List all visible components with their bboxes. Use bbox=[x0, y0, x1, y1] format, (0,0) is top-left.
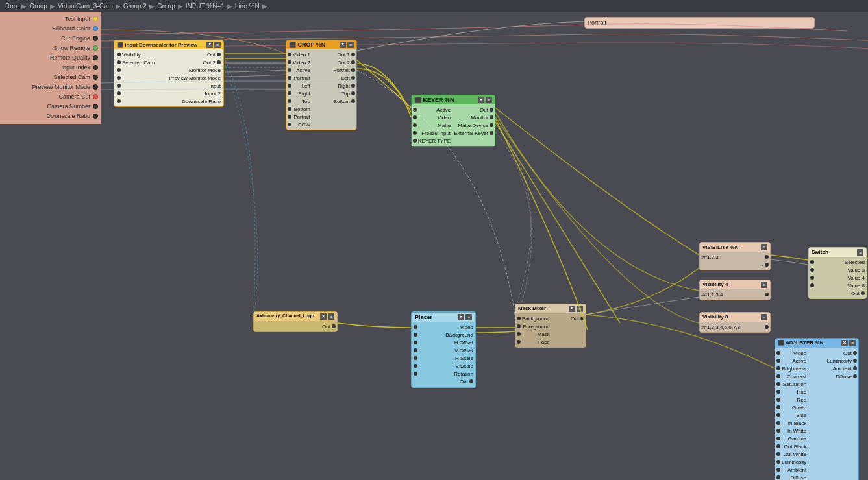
param-dot-camera-cut[interactable] bbox=[93, 94, 98, 99]
breadcrumb-item[interactable]: Group 2 bbox=[123, 3, 147, 10]
breadcrumb-item[interactable]: Group bbox=[157, 3, 175, 10]
node-switch[interactable]: Switch ≡ Selected Value 3 Value 4 Value … bbox=[808, 247, 867, 299]
node-visibility-body: ##1,2,3 - bbox=[700, 252, 770, 270]
node-crop-title: ⬛ CROP %N ✕ ≡ bbox=[286, 40, 356, 49]
param-dot-billboard-color[interactable] bbox=[93, 26, 98, 31]
node-placer-close[interactable]: ✕ bbox=[458, 314, 464, 320]
param-dot-camera-number[interactable] bbox=[93, 104, 98, 109]
param-dot-test-input[interactable] bbox=[93, 16, 98, 21]
node-adjuster-title: ⬛ ADJUSTER %N ✕ ≡ bbox=[775, 339, 858, 348]
param-billboard-color[interactable]: Billboard Color bbox=[1, 24, 99, 33]
param-dot-downscale-ratio[interactable] bbox=[93, 114, 98, 119]
node-close-btn[interactable]: ✕ bbox=[206, 42, 213, 48]
node-portrait: Portrait bbox=[584, 17, 815, 29]
node-vis4-body: ##1,2,3,4 bbox=[700, 289, 770, 300]
node-keyer-title: ⬛ KEYER %N ✕ ≡ bbox=[412, 95, 495, 104]
node-keyer[interactable]: ⬛ KEYER %N ✕ ≡ Active Video Matte Freeze… bbox=[411, 95, 495, 147]
node-adjuster-body: Video Active Brightness Contrast Saturat… bbox=[775, 348, 858, 480]
param-dot-remote-quality[interactable] bbox=[93, 55, 98, 60]
param-camera-number[interactable]: Camera Number bbox=[1, 102, 99, 111]
node-crop[interactable]: ⬛ CROP %N ✕ ≡ Video 1 Video 2 Active Por… bbox=[286, 40, 357, 130]
portrait-label: Portrait bbox=[588, 19, 606, 26]
node-downscaler-body: VisibilityOut Selected CamOut 2 Monitor … bbox=[114, 49, 223, 106]
node-settings-btn[interactable]: ≡ bbox=[214, 42, 221, 48]
node-adjuster-close[interactable]: ✕ bbox=[841, 340, 848, 346]
node-vis4[interactable]: Visibility 4 ≡ ##1,2,3,4 bbox=[699, 280, 771, 300]
breadcrumb: Root ▶ Group ▶ VirtualCam_3-Cam ▶ Group … bbox=[0, 0, 868, 12]
param-test-input[interactable]: Test Input bbox=[1, 14, 99, 23]
node-placer-body: Video Background H Offset V Offset H Sca… bbox=[412, 322, 475, 387]
breadcrumb-item[interactable]: VirtualCam_3-Cam bbox=[58, 3, 113, 10]
node-crop-close[interactable]: ✕ bbox=[340, 42, 346, 48]
node-vis4-settings[interactable]: ≡ bbox=[761, 282, 767, 288]
node-placer[interactable]: Placer ✕ ≡ Video Background H Offset V O… bbox=[411, 311, 476, 388]
node-placer-settings[interactable]: ≡ bbox=[465, 314, 472, 320]
node-keyer-close[interactable]: ✕ bbox=[478, 97, 484, 103]
node-vis-settings[interactable]: ≡ bbox=[761, 244, 767, 250]
param-show-remote[interactable]: Show Remote bbox=[1, 43, 99, 53]
node-keyer-body: Active Video Matte Freeze Input KEYER TY… bbox=[412, 104, 495, 146]
param-dot-preview-monitor[interactable] bbox=[93, 84, 98, 90]
param-downscale-ratio[interactable]: Downscale Ratio bbox=[1, 112, 99, 121]
node-vis8-body: ##1,2,3,4,5,6,7,8 bbox=[700, 322, 770, 332]
node-crop-settings[interactable]: ≡ bbox=[347, 42, 354, 48]
node-visibility-title: VISIBILITY %N ≡ bbox=[700, 243, 770, 252]
param-remote-quality[interactable]: Remote Quality bbox=[1, 53, 99, 62]
breadcrumb-item[interactable]: Group bbox=[29, 3, 47, 10]
param-dot-cur-engine[interactable] bbox=[93, 36, 98, 41]
node-downscaler-title: ⬛ Input Downscaler for Preview ✕ ≡ bbox=[114, 40, 223, 49]
breadcrumb-item[interactable]: Root bbox=[5, 3, 19, 10]
param-dot-selected-cam[interactable] bbox=[93, 75, 98, 80]
param-input-index[interactable]: Input Index bbox=[1, 63, 99, 72]
node-logo-close[interactable]: ✕ bbox=[320, 313, 327, 320]
node-logo-body: Out bbox=[254, 321, 337, 331]
param-camera-cut[interactable]: Camera Cut bbox=[1, 92, 99, 101]
param-cur-engine[interactable]: Cur Engine bbox=[1, 34, 99, 43]
node-maskmixer[interactable]: Mask Mixer ✕ ≡ Background Foreground Mas… bbox=[515, 304, 586, 348]
param-dot-input-index[interactable] bbox=[93, 65, 98, 70]
canvas-area: ⬛ Input Downscaler for Preview ✕ ≡ Visib… bbox=[101, 12, 868, 480]
node-maskmixer-close[interactable]: ✕ bbox=[569, 306, 575, 312]
node-vis8[interactable]: Visibility 8 ≡ ##1,2,3,4,5,6,7,8 bbox=[699, 312, 771, 333]
breadcrumb-item[interactable]: INPUT %N=1 bbox=[186, 3, 225, 10]
node-vis8-title: Visibility 8 ≡ bbox=[700, 313, 770, 322]
node-maskmixer-settings[interactable]: ≡ bbox=[577, 306, 583, 312]
param-selected-cam[interactable]: Selected Cam bbox=[1, 73, 99, 82]
param-dot-show-remote[interactable] bbox=[93, 45, 98, 51]
node-adjuster-settings[interactable]: ≡ bbox=[849, 340, 856, 346]
node-logo[interactable]: Aximmetry_Channel_Logo ✕ ≡ Out bbox=[253, 311, 338, 332]
node-switch-body: Selected Value 3 Value 4 Value 8 Out bbox=[809, 257, 866, 298]
node-maskmixer-body: Background Foreground Mask Face Out bbox=[515, 313, 586, 347]
node-placer-title: Placer ✕ ≡ bbox=[412, 313, 475, 322]
node-visibility[interactable]: VISIBILITY %N ≡ ##1,2,3 - bbox=[699, 242, 771, 270]
node-maskmixer-title: Mask Mixer ✕ ≡ bbox=[515, 304, 586, 313]
node-adjuster[interactable]: ⬛ ADJUSTER %N ✕ ≡ Video Active Brightnes… bbox=[775, 338, 859, 480]
node-vis8-settings[interactable]: ≡ bbox=[761, 314, 767, 320]
left-panel: Test Input Billboard Color Cur Engine Sh… bbox=[0, 12, 101, 124]
node-vis4-title: Visibility 4 ≡ bbox=[700, 280, 770, 289]
node-logo-title: Aximmetry_Channel_Logo ✕ ≡ bbox=[254, 312, 337, 321]
breadcrumb-item[interactable]: Line %N bbox=[235, 3, 260, 10]
param-preview-monitor[interactable]: Preview Monitor Mode bbox=[1, 82, 99, 91]
node-switch-settings[interactable]: ≡ bbox=[857, 249, 863, 256]
node-downscaler[interactable]: ⬛ Input Downscaler for Preview ✕ ≡ Visib… bbox=[114, 40, 224, 107]
node-logo-settings[interactable]: ≡ bbox=[328, 313, 334, 320]
node-keyer-settings[interactable]: ≡ bbox=[486, 97, 492, 103]
node-switch-title: Switch ≡ bbox=[809, 248, 866, 257]
node-crop-body: Video 1 Video 2 Active Portrait Left Rig… bbox=[286, 49, 356, 130]
